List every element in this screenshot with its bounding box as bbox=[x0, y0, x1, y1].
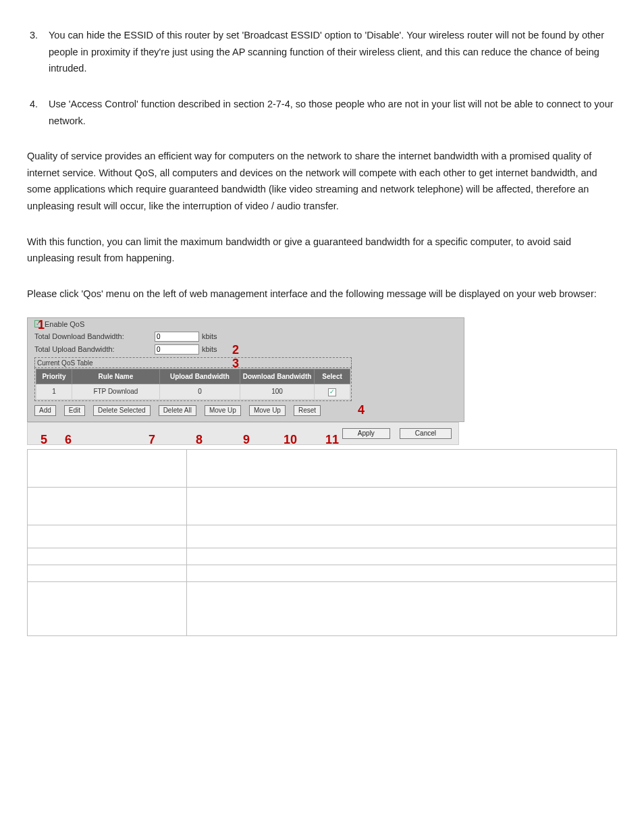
apply-button[interactable]: Apply bbox=[342, 428, 390, 439]
col-priority: Priority bbox=[36, 369, 72, 384]
callout-6: 6 bbox=[65, 429, 72, 450]
col-upload: Upload Bandwidth bbox=[159, 369, 240, 384]
cell-upload: 0 bbox=[159, 384, 240, 399]
callout-3: 3 bbox=[232, 353, 239, 374]
paragraph-qos-intro: Quality of service provides an efficient… bbox=[27, 148, 617, 215]
total-download-label: Total Download Bandwidth: bbox=[34, 332, 155, 341]
qos-screenshot: 1 2 3 4 5 6 7 8 9 10 11 ✓ Enable QoS Tot… bbox=[27, 317, 464, 445]
paragraph-qos-limit: With this function, you can limit the ma… bbox=[27, 234, 617, 267]
callout-5: 5 bbox=[41, 429, 47, 450]
total-upload-label: Total Upload Bandwidth: bbox=[34, 344, 155, 354]
paragraph-qos-click: Please click 'Qos' menu on the left of w… bbox=[27, 286, 617, 303]
callout-1: 1 bbox=[38, 315, 45, 336]
callout-10: 10 bbox=[284, 429, 297, 450]
callout-11: 11 bbox=[325, 429, 339, 450]
delete-all-button[interactable]: Delete All bbox=[159, 405, 196, 416]
add-button[interactable]: Add bbox=[34, 405, 56, 416]
callout-9: 9 bbox=[243, 429, 250, 450]
move-up-button-1[interactable]: Move Up bbox=[205, 405, 241, 416]
callout-4: 4 bbox=[358, 400, 365, 421]
unit-kbits-2: kbits bbox=[202, 344, 217, 354]
delete-selected-button[interactable]: Delete Selected bbox=[93, 405, 151, 416]
total-upload-input[interactable] bbox=[155, 344, 199, 355]
cell-rule: FTP Download bbox=[72, 384, 159, 399]
reference-table bbox=[27, 449, 617, 636]
edit-button[interactable]: Edit bbox=[64, 405, 85, 416]
qos-table: Priority Rule Name Upload Bandwidth Down… bbox=[36, 369, 350, 400]
table-row: 1 FTP Download 0 100 ✓ bbox=[36, 384, 350, 399]
col-rule: Rule Name bbox=[72, 369, 159, 384]
total-download-input[interactable] bbox=[155, 332, 199, 342]
move-up-button-2[interactable]: Move Up bbox=[249, 405, 286, 416]
reset-button[interactable]: Reset bbox=[294, 405, 321, 416]
list-text-3: You can hide the ESSID of this router by… bbox=[49, 27, 617, 77]
row-select-checkbox[interactable]: ✓ bbox=[328, 388, 336, 396]
callout-8: 8 bbox=[196, 429, 203, 450]
col-select: Select bbox=[315, 369, 350, 384]
list-number-4: 4. bbox=[27, 96, 49, 129]
list-number-3: 3. bbox=[27, 27, 49, 77]
list-text-4: Use 'Access Control' function described … bbox=[49, 96, 617, 129]
cell-download: 100 bbox=[240, 384, 314, 399]
col-download: Download Bandwidth bbox=[240, 369, 314, 384]
unit-kbits-1: kbits bbox=[202, 332, 217, 341]
cancel-button[interactable]: Cancel bbox=[400, 428, 452, 439]
enable-qos-label: Enable QoS bbox=[45, 319, 84, 329]
cell-priority: 1 bbox=[36, 384, 72, 399]
current-qos-table-label: Current QoS Table bbox=[34, 357, 352, 367]
callout-7: 7 bbox=[149, 429, 155, 450]
